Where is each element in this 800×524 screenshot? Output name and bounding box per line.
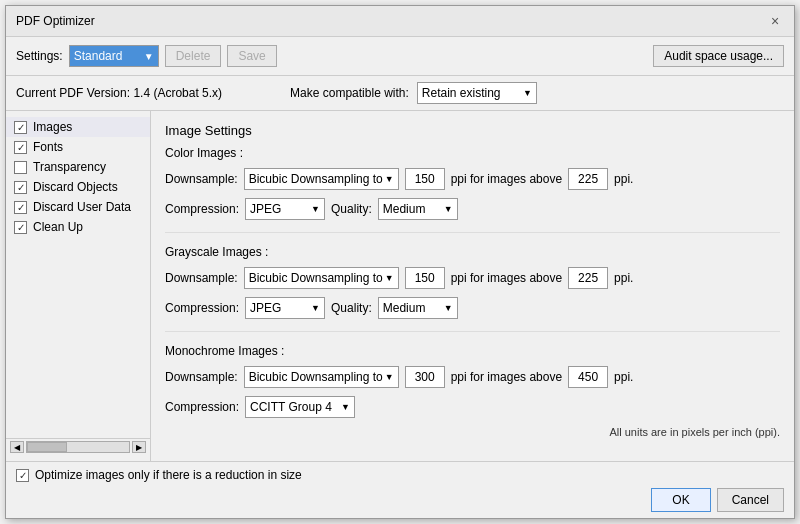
grayscale-ppi-above-input[interactable] (568, 267, 608, 289)
sidebar-item-discard-objects[interactable]: Discard Objects (6, 177, 150, 197)
close-button[interactable]: × (766, 12, 784, 30)
grayscale-images-section: Grayscale Images : Downsample: Bicubic D… (165, 245, 780, 319)
make-compatible-label: Make compatible with: (290, 86, 409, 100)
grayscale-compression-chevron-icon: ▼ (311, 303, 320, 313)
optimize-label: Optimize images only if there is a reduc… (35, 468, 302, 482)
pdf-optimizer-dialog: PDF Optimizer × Settings: Standard ▼ Del… (5, 5, 795, 519)
grayscale-quality-value: Medium (383, 301, 426, 315)
dialog-title: PDF Optimizer (16, 14, 95, 28)
sidebar-item-transparency[interactable]: Transparency (6, 157, 150, 177)
monochrome-compression-dropdown[interactable]: CCITT Group 4 ▼ (245, 396, 355, 418)
grayscale-compression-row: Compression: JPEG ▼ Quality: Medium ▼ (165, 297, 780, 319)
color-quality-chevron-icon: ▼ (444, 204, 453, 214)
settings-dropdown[interactable]: Standard ▼ (69, 45, 159, 67)
monochrome-compression-chevron-icon: ▼ (341, 402, 350, 412)
color-ppi-above-input[interactable] (568, 168, 608, 190)
color-downsample-dropdown[interactable]: Bicubic Downsampling to ▼ (244, 168, 399, 190)
title-bar: PDF Optimizer × (6, 6, 794, 37)
scroll-left-arrow[interactable]: ◀ (10, 441, 24, 453)
cancel-button[interactable]: Cancel (717, 488, 784, 512)
color-compression-row: Compression: JPEG ▼ Quality: Medium ▼ (165, 198, 780, 220)
sidebar-item-images[interactable]: Images (6, 117, 150, 137)
monochrome-compression-row: Compression: CCITT Group 4 ▼ (165, 396, 780, 418)
delete-button[interactable]: Delete (165, 45, 222, 67)
color-compression-value: JPEG (250, 202, 281, 216)
sidebar-item-fonts[interactable]: Fonts (6, 137, 150, 157)
color-compression-label: Compression: (165, 202, 239, 216)
grayscale-quality-chevron-icon: ▼ (444, 303, 453, 313)
grayscale-ppi-above-label: ppi for images above (451, 271, 562, 285)
monochrome-compression-label: Compression: (165, 400, 239, 414)
section-title: Image Settings (165, 123, 780, 138)
color-images-section: Color Images : Downsample: Bicubic Downs… (165, 146, 780, 220)
sidebar-scrollbar: ◀ ▶ (6, 438, 150, 455)
color-quality-label: Quality: (331, 202, 372, 216)
grayscale-downsample-label: Downsample: (165, 271, 238, 285)
grayscale-compression-value: JPEG (250, 301, 281, 315)
monochrome-ppi-above-input[interactable] (568, 366, 608, 388)
monochrome-downsample-chevron-icon: ▼ (385, 372, 394, 382)
grayscale-compression-dropdown[interactable]: JPEG ▼ (245, 297, 325, 319)
grayscale-downsample-chevron-icon: ▼ (385, 273, 394, 283)
color-quality-dropdown[interactable]: Medium ▼ (378, 198, 458, 220)
color-downsample-row: Downsample: Bicubic Downsampling to ▼ 15… (165, 168, 780, 190)
grayscale-ppi-suffix: ppi. (614, 271, 633, 285)
color-downsample-chevron-icon: ▼ (385, 174, 394, 184)
monochrome-ppi-above-label: ppi for images above (451, 370, 562, 384)
audit-space-button[interactable]: Audit space usage... (653, 45, 784, 67)
save-button[interactable]: Save (227, 45, 276, 67)
grayscale-quality-dropdown[interactable]: Medium ▼ (378, 297, 458, 319)
grayscale-images-title: Grayscale Images : (165, 245, 780, 259)
sidebar-item-clean-up[interactable]: Clean Up (6, 217, 150, 237)
optimize-checkbox-row: Optimize images only if there is a reduc… (16, 468, 784, 482)
grayscale-ppi-input[interactable] (405, 267, 445, 289)
monochrome-downsample-value: Bicubic Downsampling to (249, 370, 383, 384)
color-quality-value: Medium (383, 202, 426, 216)
monochrome-downsample-row: Downsample: Bicubic Downsampling to ▼ pp… (165, 366, 780, 388)
scroll-right-arrow[interactable]: ▶ (132, 441, 146, 453)
sidebar-item-label-images: Images (33, 120, 72, 134)
settings-value: Standard (74, 49, 123, 63)
sidebar: Images Fonts Transparency Discard Object… (6, 111, 151, 461)
sidebar-item-discard-user-data[interactable]: Discard User Data (6, 197, 150, 217)
monochrome-downsample-label: Downsample: (165, 370, 238, 384)
current-version-label: Current PDF Version: 1.4 (Acrobat 5.x) (16, 86, 222, 100)
compat-row: Current PDF Version: 1.4 (Acrobat 5.x) M… (6, 76, 794, 111)
grayscale-quality-label: Quality: (331, 301, 372, 315)
monochrome-ppi-input[interactable] (405, 366, 445, 388)
color-ppi-input[interactable]: 150 (405, 168, 445, 190)
color-downsample-label: Downsample: (165, 172, 238, 186)
units-text: All units are in pixels per inch (ppi). (165, 426, 780, 438)
footer-buttons: OK Cancel (16, 488, 784, 512)
compat-value: Retain existing (422, 86, 501, 100)
color-images-title: Color Images : (165, 146, 780, 160)
fonts-checkbox[interactable] (14, 141, 27, 154)
compat-dropdown[interactable]: Retain existing ▼ (417, 82, 537, 104)
monochrome-compression-value: CCITT Group 4 (250, 400, 332, 414)
scroll-thumb[interactable] (27, 442, 67, 452)
discard-user-data-checkbox[interactable] (14, 201, 27, 214)
optimize-checkbox[interactable] (16, 469, 29, 482)
sidebar-item-label-discard-objects: Discard Objects (33, 180, 118, 194)
sidebar-item-label-fonts: Fonts (33, 140, 63, 154)
monochrome-images-section: Monochrome Images : Downsample: Bicubic … (165, 344, 780, 438)
grayscale-downsample-row: Downsample: Bicubic Downsampling to ▼ pp… (165, 267, 780, 289)
monochrome-downsample-dropdown[interactable]: Bicubic Downsampling to ▼ (244, 366, 399, 388)
scroll-track[interactable] (26, 441, 130, 453)
sidebar-item-label-discard-user-data: Discard User Data (33, 200, 131, 214)
ok-button[interactable]: OK (651, 488, 710, 512)
transparency-checkbox[interactable] (14, 161, 27, 174)
monochrome-ppi-suffix: ppi. (614, 370, 633, 384)
color-ppi-suffix: ppi. (614, 172, 633, 186)
monochrome-images-title: Monochrome Images : (165, 344, 780, 358)
images-checkbox[interactable] (14, 121, 27, 134)
grayscale-downsample-dropdown[interactable]: Bicubic Downsampling to ▼ (244, 267, 399, 289)
sidebar-item-label-clean-up: Clean Up (33, 220, 83, 234)
discard-objects-checkbox[interactable] (14, 181, 27, 194)
color-compression-dropdown[interactable]: JPEG ▼ (245, 198, 325, 220)
clean-up-checkbox[interactable] (14, 221, 27, 234)
settings-label: Settings: (16, 49, 63, 63)
toolbar: Settings: Standard ▼ Delete Save Audit s… (6, 37, 794, 76)
compat-chevron-icon: ▼ (523, 88, 532, 98)
color-compression-chevron-icon: ▼ (311, 204, 320, 214)
